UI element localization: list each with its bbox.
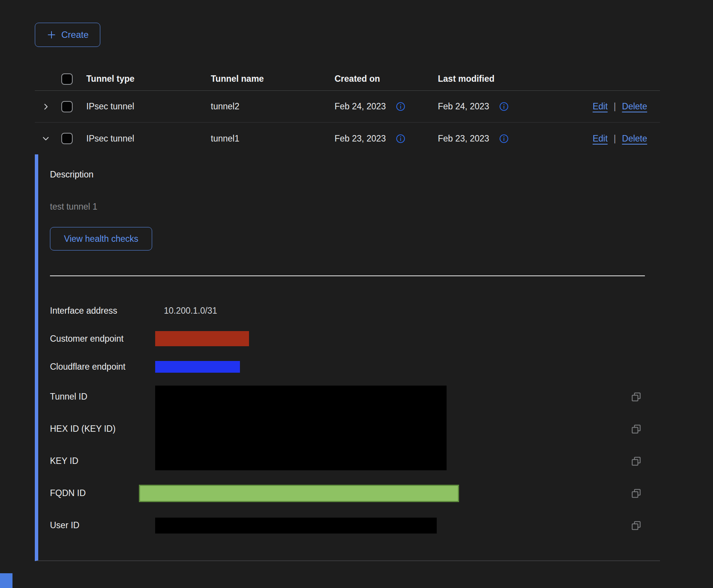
table-row: IPsec tunnel tunnel2 Feb 24, 2023 Feb 24… (35, 91, 660, 123)
info-icon[interactable] (396, 102, 405, 111)
chevron-down-icon[interactable] (42, 134, 50, 143)
id-labels-column: Tunnel ID HEX ID (KEY ID) KEY ID (50, 381, 155, 477)
copy-icon[interactable] (631, 456, 641, 466)
tunnel-ids-block: Tunnel ID HEX ID (KEY ID) KEY ID (50, 381, 660, 477)
customer-endpoint-row: Customer endpoint (50, 325, 660, 353)
tunnel-name-cell: tunnel1 (208, 134, 332, 144)
fqdn-id-redaction (139, 485, 459, 502)
create-button[interactable]: Create (35, 23, 100, 47)
cloudflare-endpoint-row: Cloudflare endpoint (50, 353, 660, 381)
info-icon[interactable] (499, 102, 509, 111)
table-header-row: Tunnel type Tunnel name Created on Last … (35, 67, 660, 91)
key-id-label: KEY ID (50, 445, 155, 477)
user-id-redaction (155, 518, 437, 534)
section-divider (50, 275, 645, 276)
expanded-tunnel-details: Description test tunnel 1 View health ch… (35, 154, 660, 561)
row-checkbox[interactable] (61, 133, 73, 144)
interface-address-value: 10.200.1.0/31 (155, 306, 217, 316)
edit-link[interactable]: Edit (593, 101, 608, 112)
action-separator: | (614, 101, 616, 112)
hex-id-label: HEX ID (KEY ID) (50, 413, 155, 445)
copy-icon[interactable] (631, 488, 641, 498)
tunnel-type-cell: IPsec tunnel (83, 134, 208, 144)
user-id-label: User ID (50, 520, 155, 530)
cloudflare-endpoint-label: Cloudflare endpoint (50, 362, 155, 372)
customer-endpoint-label: Customer endpoint (50, 334, 155, 344)
fqdn-id-row: FQDN ID (50, 477, 660, 509)
corner-blue-rectangle (0, 573, 12, 588)
tunnels-table: Tunnel type Tunnel name Created on Last … (35, 67, 660, 561)
column-header-tunnel-name: Tunnel name (208, 74, 332, 84)
delete-link[interactable]: Delete (622, 101, 647, 112)
create-button-label: Create (61, 30, 89, 40)
cloudflare-endpoint-redaction (155, 361, 240, 373)
interface-address-label: Interface address (50, 306, 155, 316)
delete-link[interactable]: Delete (622, 134, 647, 144)
copy-icon[interactable] (631, 521, 641, 530)
copy-icons-column (631, 381, 660, 477)
created-on-cell: Feb 23, 2023 (335, 134, 386, 144)
user-id-row: User ID (50, 509, 660, 541)
created-on-cell: Feb 24, 2023 (335, 101, 386, 112)
description-value: test tunnel 1 (50, 201, 660, 213)
copy-icon[interactable] (631, 392, 641, 402)
copy-icon[interactable] (631, 424, 641, 434)
column-header-last-modified: Last modified (435, 74, 545, 84)
select-all-checkbox[interactable] (61, 73, 73, 85)
row-checkbox[interactable] (61, 101, 73, 112)
table-row: IPsec tunnel tunnel1 Feb 23, 2023 Feb 23… (35, 123, 660, 154)
column-header-created-on: Created on (332, 74, 435, 84)
last-modified-cell: Feb 24, 2023 (438, 101, 489, 112)
description-label: Description (50, 169, 660, 180)
interface-address-row: Interface address 10.200.1.0/31 (50, 297, 660, 325)
tunnel-ids-redaction (155, 386, 447, 470)
last-modified-cell: Feb 23, 2023 (438, 134, 489, 144)
tunnel-id-label: Tunnel ID (50, 381, 155, 413)
tunnel-name-cell: tunnel2 (208, 101, 332, 112)
ipsec-tunnels-page: Create Tunnel type Tunnel name Created o… (0, 0, 713, 588)
info-icon[interactable] (499, 134, 509, 143)
chevron-right-icon[interactable] (42, 103, 50, 111)
view-health-checks-button[interactable]: View health checks (50, 227, 152, 250)
edit-link[interactable]: Edit (593, 134, 608, 144)
plus-icon (47, 30, 56, 40)
action-separator: | (614, 134, 616, 144)
tunnel-type-cell: IPsec tunnel (83, 101, 208, 112)
customer-endpoint-redaction (155, 331, 249, 346)
column-header-tunnel-type: Tunnel type (83, 74, 208, 84)
info-icon[interactable] (396, 134, 405, 143)
